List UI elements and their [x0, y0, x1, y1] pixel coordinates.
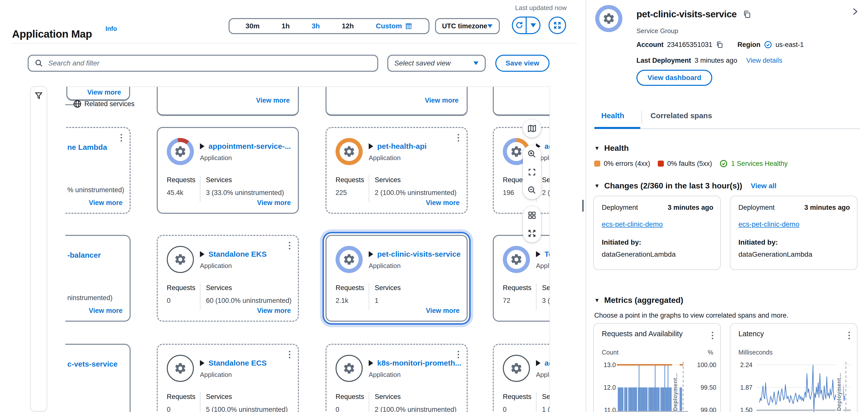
chart-card-requests-availability[interactable]: Requests and AvailabilityCount%13.012.01…: [593, 323, 721, 412]
card-menu-button[interactable]: [457, 350, 460, 359]
time-range-3h[interactable]: 3h: [312, 22, 320, 30]
expand-triangle-icon[interactable]: [369, 143, 373, 149]
view-more-link[interactable]: View more: [426, 307, 460, 315]
service-title-link[interactable]: k8s-monitori-prometh...: [377, 359, 461, 367]
card-menu-button[interactable]: [288, 241, 291, 250]
expand-triangle-icon[interactable]: [369, 360, 373, 366]
card-menu-button[interactable]: [288, 350, 291, 359]
service-type-label: Application: [536, 262, 550, 270]
view-more-link[interactable]: View more: [426, 199, 460, 207]
service-title-link[interactable]: ad: [545, 359, 550, 367]
health-section-header[interactable]: ▼ Health: [594, 143, 629, 153]
info-link[interactable]: Info: [105, 25, 117, 32]
service-card-standalone-lambda[interactable]: ne Lambda% uninstrumented)View more: [65, 127, 131, 214]
search-input[interactable]: [47, 59, 371, 68]
zoom-in-button[interactable]: [523, 145, 541, 163]
time-range-custom[interactable]: Custom: [376, 22, 412, 30]
expand-triangle-icon[interactable]: [369, 251, 373, 257]
service-title-link[interactable]: pet-health-api: [377, 142, 427, 150]
deployment-card-2[interactable]: Deployment3 minutes agoecs-pet-clinic-de…: [730, 196, 858, 270]
service-card-top-card-1[interactable]: View more: [66, 86, 130, 101]
view-more-link[interactable]: View more: [89, 199, 123, 207]
service-card-top-card-4[interactable]: [493, 86, 550, 116]
save-view-button[interactable]: Save view: [495, 55, 550, 72]
view-more-link[interactable]: View more: [89, 307, 123, 315]
metrics-section-header[interactable]: ▼ Metrics (aggregated): [594, 296, 683, 305]
card-menu-button[interactable]: [457, 133, 460, 142]
service-card-k8s-monitori-prometheus[interactable]: k8s-monitori-prometh...ApplicationReques…: [326, 344, 468, 412]
expand-triangle-icon[interactable]: [200, 251, 205, 257]
saved-view-select[interactable]: Select saved view: [387, 55, 486, 72]
service-card-pet-health-api[interactable]: pet-health-apiApplicationRequests225Serv…: [326, 127, 468, 214]
services-stat: Services1: [375, 284, 401, 305]
tab-correlated-spans[interactable]: Correlated spans: [651, 111, 712, 120]
service-title-link[interactable]: Te: [545, 250, 550, 259]
deployment-link[interactable]: ecs-pet-clinic-demo: [738, 220, 800, 228]
view-all-link[interactable]: View all: [751, 182, 776, 190]
view-more-link[interactable]: View more: [256, 97, 290, 104]
timezone-select[interactable]: UTC timezone: [435, 18, 500, 34]
map-filter-side-panel[interactable]: [30, 86, 47, 412]
map-icon: [527, 124, 537, 133]
service-card-standalone-ecs[interactable]: Standalone ECSApplicationRequests0Servic…: [157, 344, 299, 412]
time-range-12h[interactable]: 12h: [342, 22, 354, 30]
view-dashboard-button[interactable]: View dashboard: [637, 70, 712, 86]
panel-resize-handle[interactable]: [582, 200, 584, 212]
deployment-link[interactable]: ecs-pet-clinic-demo: [602, 220, 663, 228]
service-title-link[interactable]: appointment-service-...: [209, 142, 291, 150]
service-title-link[interactable]: c-vets-service: [67, 360, 118, 368]
fit-to-screen-button[interactable]: [523, 163, 541, 181]
service-title-link[interactable]: ad: [545, 142, 550, 150]
chart-card-latency[interactable]: LatencyMilliseconds2.241.871.50Deploymen…: [730, 323, 858, 412]
card-menu-button[interactable]: [120, 133, 123, 142]
time-range-1h[interactable]: 1h: [282, 22, 290, 30]
service-card-right-edge-card-1[interactable]: adApplicationRequests196Services2 (: [493, 127, 550, 214]
chart-menu-button[interactable]: [847, 331, 851, 340]
service-title-link[interactable]: -balancer: [67, 251, 101, 260]
service-title-link[interactable]: pet-clinic-visits-service: [377, 250, 461, 259]
view-more-link[interactable]: View more: [257, 199, 291, 207]
collapse-triangle-icon: ▼: [594, 183, 600, 189]
service-card-load-balancer[interactable]: -balancerninstrumented)View more: [65, 235, 131, 322]
service-title-link[interactable]: Standalone EKS: [209, 250, 267, 259]
service-card-vets-service[interactable]: c-vets-service: [65, 344, 131, 412]
service-title-link[interactable]: Standalone ECS: [209, 359, 267, 367]
view-more-link[interactable]: View more: [257, 307, 291, 315]
expand-triangle-icon[interactable]: [200, 360, 205, 366]
refresh-button[interactable]: [513, 18, 526, 33]
service-health-ring: [503, 246, 530, 273]
fullscreen-button[interactable]: [549, 16, 566, 34]
collapse-panel-button[interactable]: [850, 7, 860, 18]
minimap-toggle-button[interactable]: [523, 119, 541, 137]
service-card-right-edge-card-3[interactable]: adApplicationRequests0Services1 (: [493, 344, 550, 412]
tab-health[interactable]: Health: [601, 111, 624, 120]
expand-layout-button[interactable]: [523, 224, 541, 242]
service-card-pet-clinic-visits-service[interactable]: pet-clinic-visits-serviceApplicationRequ…: [326, 235, 468, 322]
service-card-top-card-2[interactable]: View more: [157, 86, 299, 116]
view-details-link[interactable]: View details: [746, 57, 782, 65]
chart-menu-button[interactable]: [711, 331, 714, 340]
service-card-standalone-eks[interactable]: Standalone EKSApplicationRequests0Servic…: [157, 235, 299, 322]
deployment-card-1[interactable]: Deployment3 minutes agoecs-pet-clinic-de…: [593, 196, 721, 270]
expand-triangle-icon[interactable]: [200, 143, 205, 149]
copy-icon[interactable]: [716, 41, 723, 48]
chart-plot[interactable]: [594, 359, 721, 412]
time-range-30m[interactable]: 30m: [246, 22, 260, 30]
view-more-link[interactable]: View more: [425, 97, 459, 104]
services-label: Services: [542, 393, 550, 401]
y-axis-right-label: %: [708, 349, 713, 356]
grid-layout-button[interactable]: [523, 206, 541, 224]
expand-triangle-icon[interactable]: [536, 360, 540, 366]
service-card-top-card-3[interactable]: View more: [326, 86, 468, 116]
refresh-options-button[interactable]: [526, 18, 539, 33]
service-card-right-edge-card-2[interactable]: TeApplicationRequests72Services3 (: [493, 235, 550, 322]
service-title-link[interactable]: ne Lambda: [67, 143, 107, 151]
service-health-ring: [336, 355, 363, 382]
changes-section-header[interactable]: ▼ Changes (2/360 in the last 3 hour(s)) …: [594, 181, 776, 191]
expand-triangle-icon[interactable]: [536, 251, 540, 257]
view-more-link[interactable]: View more: [87, 89, 121, 96]
application-map-canvas[interactable]: Related services View moreView moreView …: [65, 86, 550, 412]
copy-icon[interactable]: [743, 10, 751, 19]
zoom-out-button[interactable]: [523, 181, 541, 199]
service-card-appointment-service[interactable]: appointment-service-...ApplicationReques…: [157, 127, 299, 214]
